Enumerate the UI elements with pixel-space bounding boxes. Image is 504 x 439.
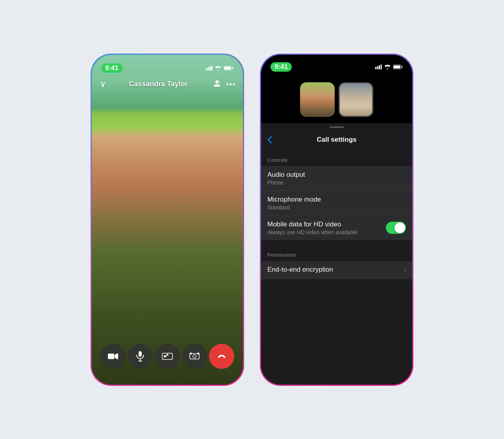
permissions-group: End-to-end encryption ›	[261, 261, 412, 279]
participant-thumb-1[interactable]	[300, 82, 335, 117]
controls-group: Audio output Phone Microphone mode Stand…	[261, 166, 412, 240]
more-options-icon[interactable]	[226, 83, 235, 85]
encryption-chevron-icon: ›	[404, 267, 406, 274]
end-call-icon	[216, 354, 227, 359]
permissions-section-header: Permissions	[261, 243, 412, 261]
svg-rect-3	[211, 66, 213, 70]
call-header-icons: +	[211, 80, 235, 88]
toggle-knob	[395, 222, 405, 233]
battery-icon-right	[393, 65, 403, 69]
effects-button[interactable]	[155, 344, 180, 369]
flip-icon	[189, 352, 200, 361]
mic-icon	[136, 351, 144, 361]
svg-rect-6	[224, 67, 231, 69]
signal-icon	[206, 66, 213, 70]
encryption-left: End-to-end encryption	[267, 266, 404, 274]
settings-content: Controls Audio output Phone Microphone m…	[261, 148, 412, 385]
controls-section-header: Controls	[261, 148, 412, 166]
svg-rect-24	[402, 66, 402, 68]
microphone-mode-left: Microphone mode Standard	[267, 196, 406, 211]
status-time-right: 9:41	[271, 62, 292, 72]
svg-rect-11	[108, 354, 114, 359]
settings-screen: 9:41	[261, 55, 412, 385]
caller-video-feed	[92, 55, 243, 385]
microphone-mode-row[interactable]: Microphone mode Standard	[261, 191, 412, 216]
svg-rect-19	[375, 67, 376, 69]
video-background: 9:41	[92, 55, 243, 385]
svg-point-8	[226, 83, 228, 85]
battery-icon	[224, 66, 233, 70]
settings-title: Call settings	[317, 136, 356, 144]
hd-video-toggle[interactable]	[386, 222, 406, 234]
left-phone: 9:41	[91, 54, 244, 386]
back-chevron-icon	[267, 136, 272, 144]
drag-handle	[330, 126, 344, 128]
audio-output-row[interactable]: Audio output Phone	[261, 166, 412, 191]
svg-rect-20	[377, 66, 378, 69]
status-icons-left	[206, 66, 233, 70]
mic-button[interactable]	[128, 344, 153, 369]
participant-thumb-2[interactable]	[339, 82, 373, 117]
svg-rect-5	[232, 67, 233, 69]
caller-name: Cassandra Taylor	[129, 80, 188, 88]
hd-video-left: Mobile data for HD video Always use HD v…	[267, 220, 386, 235]
flip-camera-button[interactable]	[182, 344, 207, 369]
collapse-icon[interactable]: ∨	[100, 79, 106, 89]
video-button[interactable]	[100, 344, 126, 369]
svg-text:+: +	[219, 80, 220, 84]
status-bar-right: 9:41	[261, 55, 412, 74]
encryption-row[interactable]: End-to-end encryption ›	[261, 261, 412, 279]
svg-rect-25	[394, 65, 400, 68]
svg-rect-1	[208, 67, 209, 70]
video-icon	[108, 353, 118, 360]
encryption-title: End-to-end encryption	[267, 266, 404, 274]
status-time-left: 9:41	[101, 63, 122, 73]
svg-rect-12	[139, 351, 142, 357]
end-call-button[interactable]	[209, 344, 234, 369]
wifi-icon-right	[384, 65, 391, 69]
svg-rect-21	[379, 65, 380, 69]
add-person-icon[interactable]: +	[211, 80, 220, 88]
back-button[interactable]	[267, 136, 272, 144]
hd-video-row[interactable]: Mobile data for HD video Always use HD v…	[261, 216, 412, 240]
svg-point-18	[193, 355, 196, 358]
svg-rect-22	[381, 65, 382, 69]
settings-header: Call settings	[261, 131, 412, 148]
hd-video-subtitle: Always use HD video when available	[267, 229, 386, 235]
wifi-icon	[215, 66, 221, 70]
svg-rect-0	[206, 68, 207, 70]
hd-video-title: Mobile data for HD video	[267, 220, 386, 228]
signal-icon-right	[375, 65, 382, 69]
svg-point-9	[230, 83, 232, 85]
svg-point-10	[233, 83, 235, 85]
right-phone: 9:41	[260, 54, 413, 386]
audio-output-left: Audio output Phone	[267, 171, 406, 186]
audio-output-subtitle: Phone	[267, 180, 406, 186]
microphone-mode-subtitle: Standard	[267, 204, 406, 211]
call-header: ∨ Cassandra Taylor +	[92, 76, 243, 93]
status-icons-right	[375, 65, 403, 69]
status-bar-left: 9:41	[92, 55, 243, 76]
participants-area	[261, 74, 412, 123]
microphone-mode-title: Microphone mode	[267, 196, 406, 204]
call-controls	[92, 344, 243, 369]
svg-rect-2	[209, 67, 211, 70]
svg-point-16	[164, 355, 166, 357]
audio-output-title: Audio output	[267, 171, 406, 179]
effects-icon	[162, 352, 173, 361]
